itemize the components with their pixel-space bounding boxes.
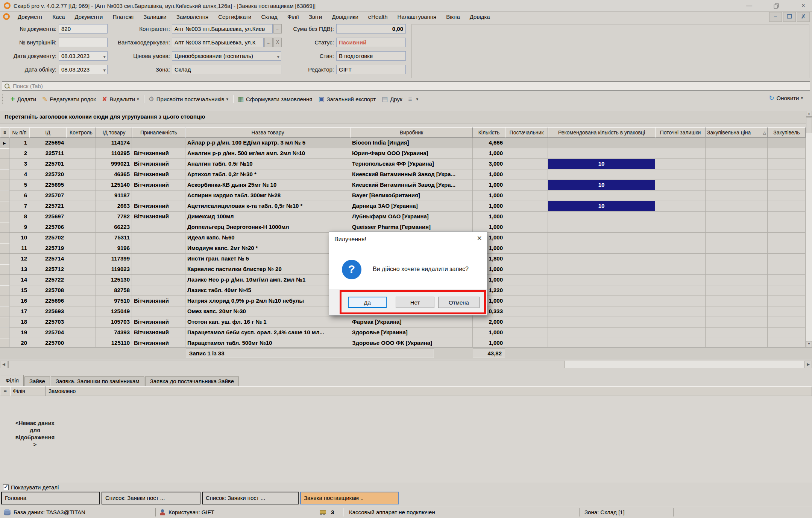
column-header-manuf[interactable]: Виробник bbox=[350, 127, 473, 138]
column-header-tovar[interactable]: ІД товару bbox=[96, 127, 132, 138]
menu-item-9[interactable]: Філії bbox=[282, 14, 304, 20]
dialog-close-icon[interactable]: × bbox=[477, 234, 482, 242]
show-details-checkbox[interactable] bbox=[3, 484, 9, 490]
column-header-supplier[interactable]: Постачальник bbox=[505, 127, 548, 138]
vscroll-thumb[interactable] bbox=[806, 117, 812, 133]
друк-button[interactable]: ▤Друк bbox=[379, 95, 405, 104]
mdi-close-icon[interactable]: ✗ bbox=[797, 12, 810, 22]
cell-id: 225695 bbox=[29, 180, 66, 190]
window-tab-2[interactable]: Список: Заявки пост ... bbox=[102, 492, 200, 504]
menu-item-10[interactable]: Звіти bbox=[304, 14, 327, 20]
window-tab-1[interactable]: Головна bbox=[1, 492, 100, 504]
window-tab-4[interactable]: Заявка поставщикам .. bbox=[300, 492, 399, 504]
column-header-id[interactable]: ІД bbox=[29, 127, 66, 138]
detail-tab-3[interactable]: Заявка. Залишки по замінникам bbox=[51, 376, 144, 386]
column-header-purchase[interactable]: Закупівель bbox=[768, 127, 806, 138]
menu-item-1[interactable]: Документ bbox=[13, 14, 48, 20]
detail-column-filia[interactable]: Філія bbox=[10, 386, 46, 396]
table-row[interactable]: 922570666223Доппельгерц Энерготоник-Н 10… bbox=[0, 222, 812, 233]
cell-ind bbox=[0, 212, 9, 222]
cell-control bbox=[66, 159, 96, 169]
cell-rec bbox=[548, 328, 655, 338]
menu-item-11[interactable]: Довідники bbox=[327, 14, 363, 20]
cell-tovar: 75311 bbox=[96, 233, 132, 243]
scroll-up-icon[interactable]: ▲ bbox=[806, 111, 812, 117]
menu-item-6[interactable]: Замовлення bbox=[172, 14, 213, 20]
scroll-left-icon[interactable]: ◀ bbox=[0, 361, 8, 368]
menu-item-2[interactable]: Каса bbox=[48, 14, 70, 20]
column-header-rec[interactable]: Рекомендована кількість в упаковці bbox=[548, 127, 655, 138]
chevron-down-icon[interactable]: ▾ bbox=[801, 96, 803, 101]
mdi-restore-icon[interactable]: ❐ bbox=[783, 12, 796, 22]
column-header-ind[interactable]: ≡ bbox=[0, 127, 9, 138]
загальний-експорт-button[interactable]: ▣Загальний експорт bbox=[315, 95, 379, 104]
hscroll-thumb[interactable] bbox=[8, 361, 565, 368]
menu-item-13[interactable]: Налаштування bbox=[393, 14, 442, 20]
chevron-down-icon[interactable]: ▾ bbox=[137, 97, 139, 102]
menu-item-5[interactable]: Залишки bbox=[138, 14, 172, 20]
menu-item-12[interactable]: eHealth bbox=[363, 14, 393, 20]
menu-item-15[interactable]: Довідка bbox=[465, 14, 495, 20]
column-header-price[interactable]: Закупівельна ціна△ bbox=[706, 127, 768, 138]
scroll-right-icon[interactable]: ▶ bbox=[804, 361, 812, 368]
column-header-stock[interactable]: Поточні залишки bbox=[655, 127, 706, 138]
table-row[interactable]: 3225701999021ВітчизнянийАналгин табл. 0.… bbox=[0, 159, 812, 169]
consignee-field[interactable]: Апт №003 пгт.Барышевка, ул.К bbox=[172, 38, 264, 47]
toolbar: +Додати✎Редагувати рядок✘Видалити▾⚙Присв… bbox=[0, 93, 812, 105]
table-row[interactable]: 20225700125110ВітчизнянийПарацетамол таб… bbox=[0, 338, 812, 347]
column-header-npp[interactable]: № п/п bbox=[9, 127, 29, 138]
detail-tab-2[interactable]: Зайве bbox=[24, 376, 50, 386]
menu-item-7[interactable]: Сертифікати bbox=[213, 14, 256, 20]
присвоїти-постачальників-button[interactable]: ⚙Присвоїти постачальників▾ bbox=[146, 95, 231, 104]
cell-purchase bbox=[768, 138, 806, 148]
no-data-message: <Немає данихдлявідображення> bbox=[7, 419, 63, 448]
редагувати-рядок-button[interactable]: ✎Редагувати рядок bbox=[39, 95, 99, 104]
minimize-icon[interactable]: — bbox=[744, 2, 754, 9]
toolbar-grip[interactable] bbox=[2, 94, 5, 104]
chevron-down-icon[interactable]: ▾ bbox=[416, 97, 418, 102]
table-row[interactable]: 5225695125140ВітчизнянийАскорбинка-КВ ды… bbox=[0, 180, 812, 190]
table-row[interactable]: 18225703105703ВітчизнянийОтотон кап. уш.… bbox=[0, 317, 812, 328]
cell-stock bbox=[655, 275, 706, 285]
detail-grip-icon[interactable]: ≡ bbox=[0, 386, 10, 396]
column-header-qty[interactable]: Кількість bbox=[473, 127, 505, 138]
window-tab-3[interactable]: Список: Заявки пост ... bbox=[202, 492, 299, 504]
order-icon: ▦ bbox=[238, 96, 244, 102]
оновити-button[interactable]: ↻Оновити▾ bbox=[766, 94, 806, 102]
detail-tab-4[interactable]: Заявка до постачальника Зайве bbox=[145, 376, 239, 386]
mdi-minimize-icon[interactable]: – bbox=[769, 12, 782, 22]
table-row[interactable]: 72257212663ВітчизнянийАцетилсалициловая … bbox=[0, 201, 812, 212]
notes-panel bbox=[411, 24, 809, 78]
search-input[interactable]: Поиск (Tab) bbox=[2, 81, 810, 91]
cell-tovar: 91187 bbox=[96, 190, 132, 201]
menu-item-4[interactable]: Платежі bbox=[108, 14, 138, 20]
column-header-control[interactable]: Контроль bbox=[66, 127, 96, 138]
menu-item-3[interactable]: Документи bbox=[70, 14, 108, 20]
close-icon[interactable]: × bbox=[798, 2, 808, 9]
scroll-down-icon[interactable]: ▼ bbox=[806, 341, 812, 347]
сформувати-замовлення-button[interactable]: ▦Сформувати замовлення bbox=[235, 95, 315, 104]
column-header-name[interactable]: Назва товару bbox=[185, 127, 350, 138]
chevron-down-icon[interactable]: ▾ bbox=[226, 97, 228, 102]
table-row[interactable]: 622570791187Аспирин кардио табл. 300мг №… bbox=[0, 190, 812, 201]
detail-tab-1[interactable]: Філія bbox=[1, 375, 24, 386]
додати-button[interactable]: +Додати bbox=[8, 95, 39, 104]
contragent-field[interactable]: Апт №003 пгт.Барышевка, ул.Киев bbox=[172, 24, 273, 34]
cell-ind bbox=[0, 328, 9, 338]
detail-column-ordered[interactable]: Замовлено bbox=[46, 386, 812, 396]
menu-item-8[interactable]: Склад bbox=[256, 14, 282, 20]
table-row[interactable]: 1922570474393ВітчизнянийПарацетамол беби… bbox=[0, 328, 812, 338]
table-row[interactable]: 2225711110295ВітчизнянийАналгин р-р д/ин… bbox=[0, 148, 812, 159]
column-header-origin[interactable]: Приналежність bbox=[132, 127, 185, 138]
restore-icon[interactable] bbox=[771, 2, 781, 9]
menu-item-14[interactable]: Вікна bbox=[441, 14, 465, 20]
horizontal-scrollbar[interactable]: ◀ ▶ bbox=[0, 361, 812, 368]
columns-button[interactable]: ≡▾ bbox=[405, 95, 421, 104]
vertical-scrollbar[interactable]: ▲ ▼ bbox=[806, 111, 812, 347]
видалити-button[interactable]: ✘Видалити▾ bbox=[99, 95, 142, 104]
table-row[interactable]: 82256977782ВітчизнянийДимексид 100млЛубн… bbox=[0, 212, 812, 222]
table-row[interactable]: ▸1225694114174Айлар р-р д/ин. 100 ЕД/мл … bbox=[0, 138, 812, 148]
quantity-total: 43,82 bbox=[473, 349, 505, 358]
cell-id: 225722 bbox=[29, 275, 66, 285]
table-row[interactable]: 422572046365ВітчизнянийАртихол табл. 0,2… bbox=[0, 169, 812, 180]
